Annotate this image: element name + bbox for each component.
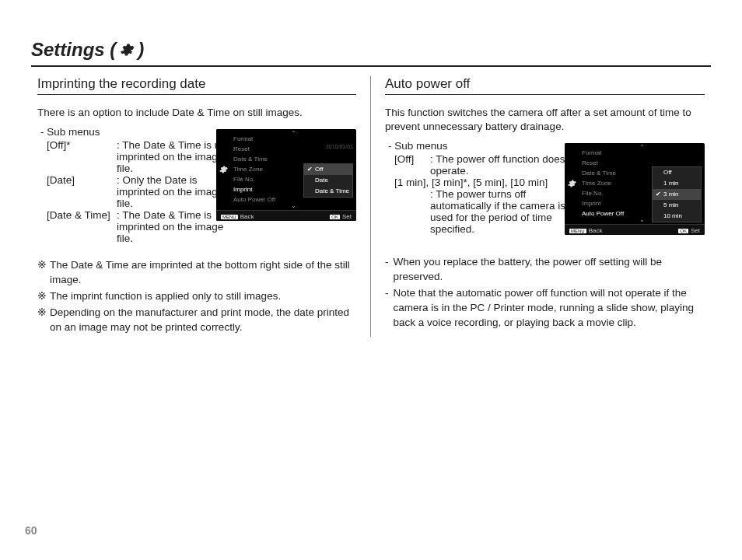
notes-list-right: -When you replace the battery, the power… xyxy=(385,255,705,330)
def-term: [Date] xyxy=(47,174,117,209)
menu-button-icon: MENU xyxy=(569,229,586,233)
lcd-bottom-bar: MENUBack OKSet xyxy=(216,210,356,221)
note-row: -Note that the automatic power off funct… xyxy=(385,286,705,331)
page-title-close: ) xyxy=(138,39,144,61)
gear-icon xyxy=(219,165,228,174)
reference-mark-icon: ※ xyxy=(37,306,47,335)
gear-icon xyxy=(567,179,576,188)
lcd-option: Date & Time xyxy=(304,186,352,197)
note-row: ※The Date & Time are imprinted at the bo… xyxy=(37,258,356,288)
lcd-bottom-bar: MENUBack OKSet xyxy=(565,224,705,235)
lcd-menu: ⌃ Format Reset Date & Time Time Zone Fil… xyxy=(230,129,356,210)
def-term: [Date & Time] xyxy=(47,209,117,244)
def-term: [Off] xyxy=(394,153,430,177)
note-row: ※Depending on the manufacturer and print… xyxy=(37,306,356,335)
column-left: Imprinting the recording date There is a… xyxy=(31,76,371,337)
ok-button-icon: OK xyxy=(678,229,688,233)
chevron-down-icon: ⌄ xyxy=(291,202,296,209)
section-heading-imprint: Imprinting the recording date xyxy=(37,76,356,95)
chevron-up-icon: ⌃ xyxy=(291,130,296,137)
lcd-option: Date xyxy=(304,175,352,186)
gear-icon xyxy=(119,42,135,58)
reference-mark-icon: ※ xyxy=(37,289,47,304)
note-row: -When you replace the battery, the power… xyxy=(385,255,705,285)
chevron-up-icon: ⌃ xyxy=(639,144,645,151)
lcd-option: 1 min xyxy=(653,178,701,189)
submenu-block-autopower: - Sub menus [Off] : The power off functi… xyxy=(385,140,705,241)
lcd-option: ✔3 min xyxy=(653,189,701,200)
dash-icon: - xyxy=(385,255,389,285)
lcd-popup-options: Off 1 min ✔3 min 5 min 10 min xyxy=(652,166,702,222)
check-icon: ✔ xyxy=(306,164,313,175)
lcd-option: Off xyxy=(653,167,701,178)
dash-icon: - xyxy=(385,286,389,331)
intro-imprint: There is an option to include Date & Tim… xyxy=(37,106,356,120)
check-icon: ✔ xyxy=(655,189,662,200)
lcd-screenshot-imprint: ⌃ Format Reset Date & Time Time Zone Fil… xyxy=(216,129,356,221)
lcd-menu: ⌃ Format Reset Date & Time Time Zone Fil… xyxy=(579,143,705,224)
lcd-option: 10 min xyxy=(653,211,701,222)
page-number: 60 xyxy=(25,524,37,537)
column-right: Auto power off This function switches th… xyxy=(371,76,711,337)
submenu-block-imprint: - Sub menus [Off]* : The Date & Time is … xyxy=(37,126,356,244)
note-row: ※The imprint function is applied only to… xyxy=(37,289,356,304)
lcd-screenshot-autopower: ⌃ Format Reset Date & Time Time Zone Fil… xyxy=(565,143,705,235)
lcd-date-value: 2010/01/01 xyxy=(326,144,353,149)
def-term: [Off]* xyxy=(47,139,117,174)
intro-autopower: This function switches the camera off af… xyxy=(385,106,705,134)
page-title: Settings ( xyxy=(31,39,116,61)
notes-list-left: ※The Date & Time are imprinted at the bo… xyxy=(37,258,356,334)
ok-button-icon: OK xyxy=(330,215,340,219)
reference-mark-icon: ※ xyxy=(37,258,47,288)
page-title-row: Settings ( ) xyxy=(31,39,711,67)
chevron-down-icon: ⌄ xyxy=(639,216,645,223)
lcd-option: ✔Off xyxy=(304,164,352,175)
lcd-option: 5 min xyxy=(653,200,701,211)
menu-button-icon: MENU xyxy=(221,215,238,219)
section-heading-autopower: Auto power off xyxy=(385,76,705,95)
lcd-popup-options: ✔Off Date Date & Time xyxy=(303,163,353,198)
